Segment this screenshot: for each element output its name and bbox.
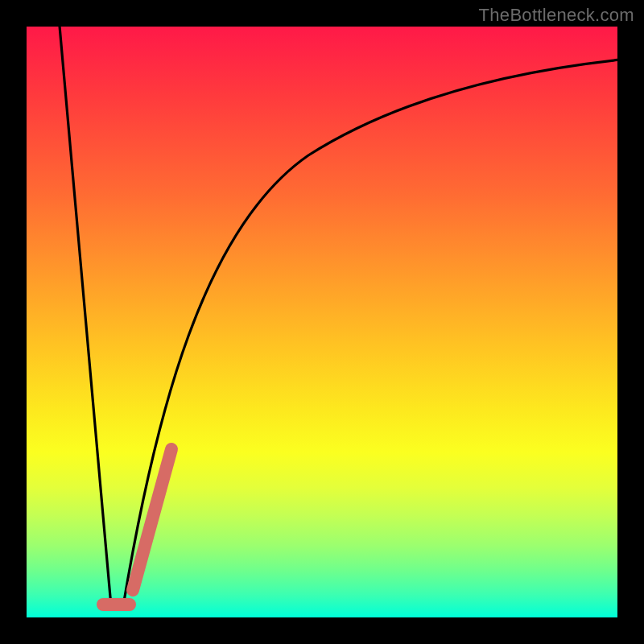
chart-svg <box>27 27 617 617</box>
watermark-text: TheBottleneck.com <box>479 5 634 26</box>
bottleneck-curve <box>59 27 617 606</box>
chart-frame: TheBottleneck.com <box>0 0 644 644</box>
plot-area <box>27 27 617 617</box>
